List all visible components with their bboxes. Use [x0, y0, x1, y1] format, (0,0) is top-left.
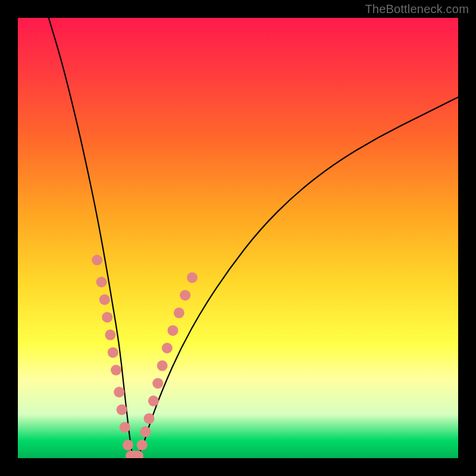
data-marker [137, 440, 148, 450]
data-marker [167, 325, 178, 336]
data-marker [148, 396, 159, 406]
data-marker [96, 277, 107, 287]
plot-area [18, 18, 458, 458]
data-marker [111, 365, 121, 375]
data-marker [123, 440, 133, 450]
data-marker [180, 290, 190, 300]
bottleneck-curve [18, 18, 458, 458]
data-marker [162, 343, 173, 353]
chart-frame: TheBottleneck.com [0, 0, 476, 476]
data-marker [152, 378, 163, 389]
data-marker [157, 361, 168, 371]
data-marker [108, 347, 118, 358]
data-marker [117, 405, 127, 415]
data-marker [102, 312, 112, 322]
data-marker [99, 295, 110, 305]
data-marker [187, 273, 198, 283]
watermark-text: TheBottleneck.com [365, 2, 469, 16]
data-marker [92, 255, 102, 265]
data-marker [120, 422, 130, 433]
data-marker [140, 427, 151, 437]
data-marker [114, 387, 124, 397]
data-marker [144, 413, 155, 424]
data-marker [105, 330, 115, 340]
data-marker [174, 308, 184, 318]
